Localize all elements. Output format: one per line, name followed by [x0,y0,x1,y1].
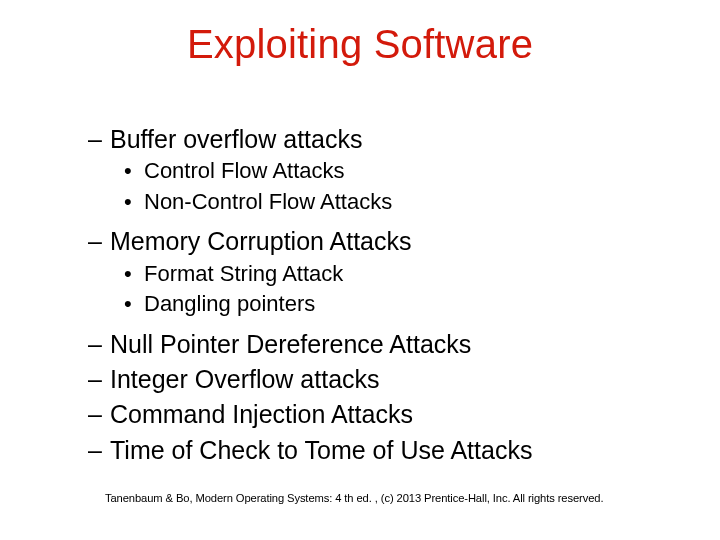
bullet-toctou: Time of Check to Tome of Use Attacks [88,435,648,466]
bullet-buffer-overflow: Buffer overflow attacks [88,124,648,155]
bullet-memory-corruption: Memory Corruption Attacks [88,226,648,257]
bullet-format-string: Format String Attack [124,260,648,289]
slide-body: Buffer overflow attacks Control Flow Att… [88,120,648,468]
bullet-command-injection: Command Injection Attacks [88,399,648,430]
slide: Exploiting Software Buffer overflow atta… [0,0,720,540]
bullet-null-pointer: Null Pointer Dereference Attacks [88,329,648,360]
bullet-dangling-pointers: Dangling pointers [124,290,648,319]
bullet-non-control-flow: Non-Control Flow Attacks [124,188,648,217]
slide-title: Exploiting Software [0,22,720,67]
bullet-integer-overflow: Integer Overflow attacks [88,364,648,395]
slide-footer-citation: Tanenbaum & Bo, Modern Operating Systems… [105,492,603,504]
bullet-control-flow: Control Flow Attacks [124,157,648,186]
